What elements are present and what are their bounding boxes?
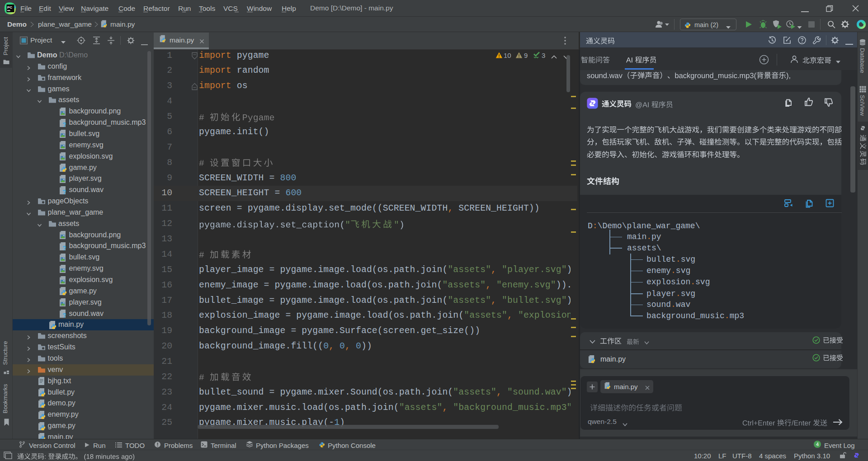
svg-text:4: 4 [816,442,819,447]
svg-text:?: ? [62,312,66,318]
svg-text:?: ? [62,121,66,127]
svg-text:?: ? [62,245,66,251]
svg-text:PC: PC [7,5,12,9]
svg-text:?: ? [62,188,66,195]
